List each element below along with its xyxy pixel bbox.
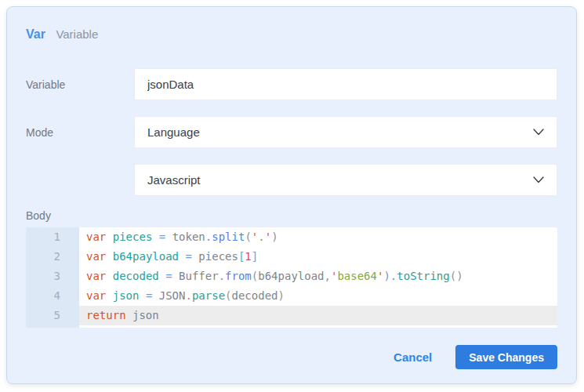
variable-row: Variable [26,68,557,100]
variable-input[interactable] [134,68,557,100]
code-line[interactable]: 4var json = JSON.parse(decoded) [26,286,557,306]
chevron-down-icon [533,176,544,183]
language-row: Javascript [26,164,557,196]
language-select[interactable]: Javascript [134,164,557,196]
language-select-value: Javascript [147,173,201,187]
line-number: 1 [26,227,79,247]
code-editor[interactable]: 1var pieces = token.split('.')2var b64pa… [26,227,557,328]
line-number: 5 [26,306,79,325]
dialog-footer: Cancel Save Changes [26,345,557,369]
code-line[interactable]: 5return json [26,306,557,325]
line-number: 2 [26,247,79,267]
dialog-header: Var Variable [26,7,557,42]
variable-dialog: Var Variable Variable Mode Language Java… [6,6,577,384]
code-line-content[interactable]: var pieces = token.split('.') [79,227,557,247]
code-line[interactable]: 3var decoded = Buffer.from(b64payload,'b… [26,267,557,286]
code-line[interactable]: 1var pieces = token.split('.') [26,227,557,247]
mode-label: Mode [26,126,134,139]
body-label: Body [26,209,557,222]
dialog-subtitle: Variable [56,27,98,41]
code-line-content[interactable]: return json [79,306,557,325]
dialog-title: Var [26,27,45,41]
line-number: 3 [26,267,79,286]
chevron-down-icon [533,129,544,136]
line-number: 4 [26,286,79,306]
code-line[interactable]: 2var b64payload = pieces[1] [26,247,557,267]
mode-select[interactable]: Language [134,116,557,148]
mode-select-value: Language [147,125,200,139]
save-changes-button[interactable]: Save Changes [455,345,557,369]
code-line-content[interactable]: var json = JSON.parse(decoded) [79,286,557,306]
mode-row: Mode Language [26,116,557,148]
variable-label: Variable [26,78,134,91]
cancel-button[interactable]: Cancel [394,350,432,364]
code-line-content[interactable]: var decoded = Buffer.from(b64payload,'ba… [79,267,557,286]
code-line-content[interactable]: var b64payload = pieces[1] [79,247,557,267]
